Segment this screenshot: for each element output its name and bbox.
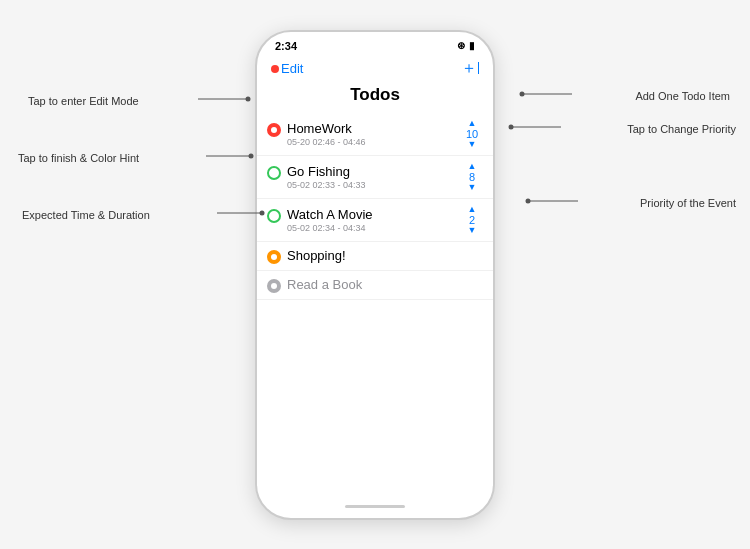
home-bar — [345, 505, 405, 508]
annotation-expected-time: Expected Time & Duration — [22, 205, 150, 223]
todo-item-2: Go Fishing 05-02 02:33 - 04:33 ▲ 8 ▼ — [257, 156, 493, 199]
annotation-edit-mode: Tap to enter Edit Mode — [28, 91, 139, 109]
todo-item-5: Read a Book — [257, 271, 493, 300]
todo-item-1: HomeWork 05-20 02:46 - 04:46 ▲ 10 ▼ — [257, 113, 493, 156]
todo-priority-3[interactable]: ▲ 2 ▼ — [461, 205, 483, 235]
home-indicator — [257, 486, 493, 518]
svg-point-9 — [260, 211, 265, 216]
todo-title-4: Shopping! — [287, 248, 346, 263]
svg-point-7 — [509, 125, 514, 130]
add-todo-button[interactable]: ＋ — [461, 58, 479, 79]
chevron-down-icon-1: ▼ — [468, 140, 477, 149]
edit-button[interactable]: Edit — [271, 61, 303, 76]
todo-item-3: Watch A Movie 05-02 02:34 - 04:34 ▲ 2 ▼ — [257, 199, 493, 242]
plus-icon: ＋ — [461, 58, 477, 79]
todo-title-5: Read a Book — [287, 277, 362, 292]
todo-title-1: HomeWork — [287, 121, 366, 136]
chevron-up-icon-2: ▲ — [468, 162, 477, 171]
svg-point-5 — [249, 154, 254, 159]
annotation-finish-hint: Tap to finish & Color Hint — [18, 148, 139, 166]
battery-icon: ▮ — [469, 40, 475, 51]
status-bar: 2:34 ⊛ ▮ — [257, 32, 493, 56]
scene: 2:34 ⊛ ▮ Edit ＋ Todos HomeWork — [0, 0, 750, 549]
chevron-up-icon-3: ▲ — [468, 205, 477, 214]
todo-list: HomeWork 05-20 02:46 - 04:46 ▲ 10 ▼ Go F… — [257, 113, 493, 486]
todo-circle-2[interactable] — [267, 166, 281, 180]
todo-priority-2[interactable]: ▲ 8 ▼ — [461, 162, 483, 192]
todo-title-3: Watch A Movie — [287, 207, 373, 222]
todo-circle-1[interactable] — [267, 123, 281, 137]
todo-subtitle-3: 05-02 02:34 - 04:34 — [287, 223, 373, 233]
chevron-down-icon-3: ▼ — [468, 226, 477, 235]
todo-subtitle-1: 05-20 02:46 - 04:46 — [287, 137, 366, 147]
todo-item-4: Shopping! — [257, 242, 493, 271]
svg-point-1 — [246, 97, 251, 102]
todo-subtitle-2: 05-02 02:33 - 04:33 — [287, 180, 366, 190]
chevron-down-icon-2: ▼ — [468, 183, 477, 192]
todo-priority-1[interactable]: ▲ 10 ▼ — [461, 119, 483, 149]
nav-bar: Edit ＋ — [257, 56, 493, 83]
svg-point-3 — [520, 92, 525, 97]
todo-circle-4[interactable] — [267, 250, 281, 264]
annotation-add-todo: Add One Todo Item — [635, 86, 730, 104]
phone-frame: 2:34 ⊛ ▮ Edit ＋ Todos HomeWork — [255, 30, 495, 520]
annotation-priority-event: Priority of the Event — [640, 193, 736, 211]
wifi-icon: ⊛ — [457, 40, 465, 51]
time-display: 2:34 — [275, 40, 297, 52]
todo-title-2: Go Fishing — [287, 164, 366, 179]
chevron-up-icon-1: ▲ — [468, 119, 477, 128]
annotation-change-priority: Tap to Change Priority — [627, 119, 736, 137]
svg-point-11 — [526, 199, 531, 204]
status-icons: ⊛ ▮ — [457, 40, 475, 51]
todo-circle-5[interactable] — [267, 279, 281, 293]
todo-circle-3[interactable] — [267, 209, 281, 223]
vertical-line — [478, 62, 479, 74]
page-title: Todos — [257, 83, 493, 113]
